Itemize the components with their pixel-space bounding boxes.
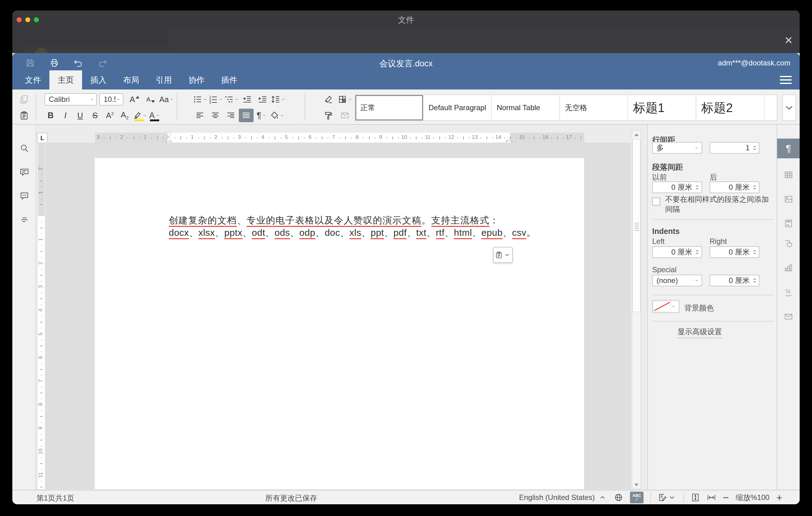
font-size-select[interactable]: 10.5 bbox=[99, 93, 123, 106]
comment-button[interactable] bbox=[18, 165, 31, 179]
style-正常[interactable]: 正常 bbox=[355, 95, 424, 120]
spinner-arrows-icon[interactable] bbox=[694, 248, 701, 257]
increase-indent-button[interactable] bbox=[255, 93, 270, 106]
hanging-indent-marker[interactable] bbox=[166, 137, 172, 141]
navigation-button[interactable] bbox=[18, 213, 31, 227]
copy-style-button[interactable] bbox=[321, 109, 336, 122]
shape-settings-button[interactable] bbox=[782, 237, 795, 250]
no-spacing-between-checkbox[interactable] bbox=[652, 198, 660, 205]
paste-options-button[interactable] bbox=[493, 247, 513, 263]
zoom-out-button[interactable]: − bbox=[723, 493, 729, 502]
numbering-button[interactable]: 123 bbox=[208, 93, 223, 106]
chat-button[interactable] bbox=[18, 189, 31, 203]
align-center-button[interactable] bbox=[208, 109, 223, 122]
mail-merge-settings-button[interactable] bbox=[782, 310, 795, 323]
font-name-select[interactable]: Calibri bbox=[45, 93, 97, 106]
vertical-scrollbar[interactable] bbox=[632, 130, 641, 489]
font-color-button[interactable]: A bbox=[147, 109, 162, 122]
spinner-arrows-icon[interactable] bbox=[694, 183, 701, 192]
line-spacing-button[interactable] bbox=[270, 93, 286, 106]
special-indent-by-input[interactable]: 0 厘米 bbox=[709, 275, 759, 286]
horizontal-ruler[interactable]: 3211234567891011121314151617 bbox=[95, 133, 584, 143]
first-line-indent-marker[interactable] bbox=[166, 133, 172, 137]
page-indicator[interactable]: 第1页共1页 bbox=[36, 493, 74, 503]
spinner-arrows-icon[interactable] bbox=[752, 143, 759, 152]
header-footer-settings-button[interactable] bbox=[782, 217, 795, 230]
subscript-button[interactable]: A2 bbox=[117, 109, 132, 122]
tab-file[interactable]: 文件 bbox=[17, 70, 49, 89]
style-Default Paragrapl[interactable]: Default Paragrapl bbox=[424, 95, 492, 120]
spellcheck-toggle[interactable]: ABC✓ bbox=[630, 492, 643, 503]
tab-home[interactable]: 主页 bbox=[49, 70, 82, 89]
bold-button[interactable]: B bbox=[43, 109, 58, 122]
right-indent-marker[interactable] bbox=[506, 137, 512, 143]
tab-plugins[interactable]: 插件 bbox=[213, 70, 245, 89]
tab-layout[interactable]: 布局 bbox=[115, 70, 147, 89]
align-justify-button[interactable] bbox=[239, 109, 254, 122]
strikethrough-button[interactable]: S bbox=[88, 109, 103, 122]
copy-button[interactable] bbox=[17, 93, 31, 106]
mail-merge-button[interactable] bbox=[338, 109, 352, 122]
italic-button[interactable]: I bbox=[58, 109, 73, 122]
language-selector[interactable]: English (United States) bbox=[519, 493, 607, 502]
scrollbar-thumb[interactable] bbox=[633, 139, 640, 312]
indent-left-input[interactable]: 0 厘米 bbox=[652, 246, 702, 258]
paragraph-marks-button[interactable]: ¶ bbox=[254, 109, 269, 122]
clear-style-button[interactable] bbox=[321, 93, 336, 106]
table-settings-button[interactable] bbox=[782, 168, 795, 181]
set-document-language-button[interactable] bbox=[614, 493, 623, 502]
search-button[interactable] bbox=[18, 142, 31, 155]
show-advanced-settings-link[interactable]: 显示高级设置 bbox=[677, 327, 722, 338]
textart-settings-button[interactable]: Ta bbox=[782, 286, 795, 299]
decrease-indent-button[interactable] bbox=[240, 93, 255, 106]
tab-stop-selector[interactable]: L bbox=[37, 133, 48, 143]
style-Normal Table[interactable]: Normal Table bbox=[492, 95, 560, 120]
track-changes-button[interactable] bbox=[658, 493, 676, 502]
scroll-down-button[interactable] bbox=[632, 481, 641, 489]
image-settings-button[interactable] bbox=[782, 192, 795, 206]
spacing-before-input[interactable]: 0 厘米 bbox=[652, 181, 702, 193]
vertical-ruler[interactable]: 211234567891011 bbox=[38, 143, 45, 489]
scroll-up-button[interactable] bbox=[632, 131, 641, 139]
document-page[interactable]: 创建复杂的文档、专业的电子表格以及令人赞叹的演示文稿。支持主流格式： docx、… bbox=[95, 158, 584, 489]
font-increment-button[interactable]: A bbox=[127, 93, 142, 106]
ruler-tick bbox=[228, 136, 228, 140]
spinner-arrows-icon[interactable] bbox=[752, 183, 759, 192]
styles-gallery-expand-button[interactable] bbox=[782, 94, 796, 121]
indent-right-input[interactable]: 0 厘米 bbox=[709, 246, 759, 258]
zoom-level[interactable]: 缩放%100 bbox=[736, 492, 770, 503]
style-无空格[interactable]: 无空格 bbox=[560, 95, 628, 120]
style-标题1[interactable]: 标题1 bbox=[628, 95, 696, 120]
style-标题2[interactable]: 标题2 bbox=[696, 95, 764, 120]
paragraph-settings-button[interactable]: ¶ bbox=[777, 139, 800, 158]
spinner-arrows-icon[interactable] bbox=[752, 248, 759, 257]
zoom-in-button[interactable]: + bbox=[776, 493, 782, 502]
spacing-after-input[interactable]: 0 厘米 bbox=[709, 181, 759, 193]
line-spacing-factor-input[interactable]: 1 bbox=[709, 142, 759, 154]
tab-insert[interactable]: 插入 bbox=[82, 70, 115, 89]
bullets-button[interactable] bbox=[193, 93, 208, 106]
shading-button[interactable] bbox=[270, 109, 285, 122]
paste-button[interactable] bbox=[17, 109, 31, 122]
line-spacing-select[interactable]: 多 bbox=[652, 142, 702, 154]
tab-collaboration[interactable]: 协作 bbox=[180, 70, 213, 89]
font-decrement-button[interactable]: A bbox=[143, 93, 158, 106]
ruler-tick bbox=[116, 137, 116, 139]
align-left-button[interactable] bbox=[193, 109, 207, 122]
background-color-picker[interactable] bbox=[652, 300, 679, 313]
multilevel-list-button[interactable] bbox=[224, 93, 239, 106]
superscript-button[interactable]: A2 bbox=[103, 109, 117, 122]
change-case-button[interactable]: Aa bbox=[159, 93, 174, 106]
align-right-button[interactable] bbox=[223, 109, 238, 122]
fit-page-button[interactable] bbox=[691, 493, 700, 502]
tab-references[interactable]: 引用 bbox=[147, 70, 180, 89]
highlight-color-button[interactable] bbox=[132, 109, 147, 122]
special-indent-select[interactable]: (none) bbox=[652, 275, 702, 286]
menu-button[interactable] bbox=[780, 76, 792, 84]
spinner-arrows-icon[interactable] bbox=[752, 276, 759, 285]
underline-button[interactable]: U bbox=[73, 109, 88, 122]
cell-shading-button[interactable] bbox=[338, 93, 353, 106]
fit-width-button[interactable] bbox=[707, 493, 716, 502]
close-overlay-button[interactable]: × bbox=[781, 33, 796, 48]
chart-settings-button[interactable] bbox=[782, 261, 795, 275]
